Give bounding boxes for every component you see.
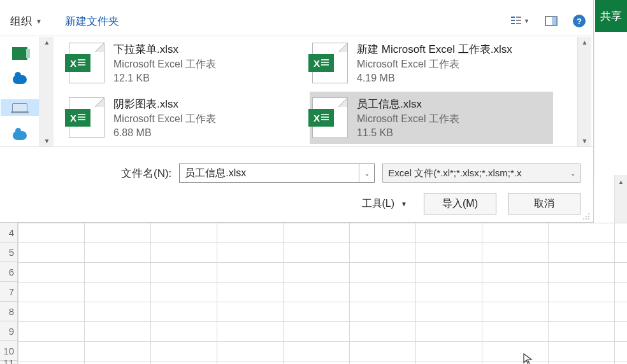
file-item[interactable]: X 新建 Microsoft Excel 工作表.xlsx Microsoft … <box>310 37 553 89</box>
filter-text: Excel 文件(*.xl*;*.xlsx;*.xlsm;*.x <box>383 167 566 179</box>
sidebar-scrollbar[interactable]: ▲ ▼ <box>40 37 54 146</box>
new-folder-button[interactable]: 新建文件夹 <box>65 14 119 29</box>
this-pc-item[interactable] <box>1 99 39 116</box>
onedrive-icon[interactable] <box>13 75 27 84</box>
list-view-icon <box>510 15 522 27</box>
scroll-down-icon[interactable]: ▼ <box>44 137 50 144</box>
svg-rect-1 <box>511 20 515 21</box>
svg-rect-8 <box>588 213 589 214</box>
resize-grip-icon[interactable] <box>582 212 591 221</box>
file-item[interactable]: X 阴影图表.xlsx Microsoft Excel 工作表 6.88 MB <box>66 92 310 144</box>
xlsx-file-icon: X <box>69 43 104 83</box>
share-button[interactable]: 共享 <box>595 0 627 32</box>
dialog-toolbar: 组织 ▼ 新建文件夹 ▼ ? <box>10 11 586 31</box>
chevron-down-icon: ▼ <box>401 200 407 207</box>
row-header[interactable]: 11 <box>0 361 17 364</box>
excel-app-icon[interactable] <box>12 47 27 60</box>
file-name: 下拉菜单.xlsx <box>113 42 216 57</box>
filename-label: 文件名(N): <box>121 166 171 181</box>
filename-combobox[interactable]: 员工信息.xlsx ⌄ <box>179 164 375 183</box>
file-type: Microsoft Excel 工作表 <box>357 58 512 71</box>
row-header[interactable]: 5 <box>0 242 17 262</box>
file-type: Microsoft Excel 工作表 <box>357 113 459 126</box>
file-size: 6.88 MB <box>113 127 216 139</box>
file-item[interactable]: X 下拉菜单.xlsx Microsoft Excel 工作表 12.1 KB <box>66 37 310 89</box>
svg-rect-10 <box>588 216 589 217</box>
sheet-scrollbar[interactable]: ▲ <box>614 175 627 226</box>
tools-label: 工具(L) <box>362 197 395 211</box>
laptop-icon <box>12 103 27 112</box>
organize-menu-button[interactable]: 组织 ▼ <box>10 14 42 29</box>
chevron-down-icon[interactable]: ⌄ <box>359 164 374 182</box>
dialog-buttons: 工具(L) ▼ 导入(M) 取消 <box>0 191 580 216</box>
file-name: 新建 Microsoft Excel 工作表.xlsx <box>357 42 512 57</box>
preview-pane-button[interactable] <box>545 15 558 27</box>
svg-rect-9 <box>586 216 587 217</box>
file-size: 4.19 MB <box>357 73 512 84</box>
svg-rect-0 <box>511 17 515 18</box>
file-list: X 下拉菜单.xlsx Microsoft Excel 工作表 12.1 KB … <box>57 37 576 146</box>
help-icon[interactable]: ? <box>573 15 586 27</box>
scroll-down-icon[interactable]: ▼ <box>582 137 588 144</box>
tools-menu-button[interactable]: 工具(L) ▼ <box>362 197 407 211</box>
mouse-cursor-icon <box>523 353 533 364</box>
svg-rect-12 <box>586 218 587 220</box>
filename-row: 文件名(N): 员工信息.xlsx ⌄ Excel 文件(*.xl*;*.xls… <box>121 163 580 183</box>
chevron-down-icon: ▼ <box>36 18 42 25</box>
cloud-icon[interactable] <box>13 131 27 140</box>
sheet-cells[interactable] <box>18 223 627 364</box>
row-header[interactable]: 9 <box>0 321 17 341</box>
cancel-button[interactable]: 取消 <box>508 193 580 214</box>
toolbar-right: ▼ ? <box>510 15 586 27</box>
file-name: 员工信息.xlsx <box>357 97 459 111</box>
file-type: Microsoft Excel 工作表 <box>113 113 216 126</box>
file-size: 12.1 KB <box>113 73 216 84</box>
svg-rect-4 <box>516 20 521 21</box>
svg-rect-11 <box>583 218 584 220</box>
filename-value: 员工信息.xlsx <box>180 167 359 180</box>
scroll-up-icon[interactable]: ▲ <box>44 39 50 46</box>
preview-pane-icon <box>545 15 558 27</box>
svg-rect-2 <box>511 23 515 24</box>
svg-rect-13 <box>588 218 589 220</box>
xlsx-file-icon: X <box>312 97 348 138</box>
file-open-dialog: 组织 ▼ 新建文件夹 ▼ ? <box>0 0 594 223</box>
chevron-down-icon: ▼ <box>524 18 530 24</box>
window-gap <box>594 32 627 178</box>
places-sidebar: ▲ ▼ <box>0 37 56 146</box>
svg-rect-3 <box>516 17 521 18</box>
chevron-down-icon[interactable]: ⌄ <box>566 170 580 177</box>
file-name: 阴影图表.xlsx <box>113 97 216 111</box>
xlsx-file-icon: X <box>69 97 104 138</box>
file-item-selected[interactable]: X 员工信息.xlsx Microsoft Excel 工作表 11.5 KB <box>310 92 553 144</box>
file-size: 11.5 KB <box>357 127 459 139</box>
file-type: Microsoft Excel 工作表 <box>113 58 216 71</box>
xlsx-file-icon: X <box>312 43 348 83</box>
row-header[interactable]: 8 <box>0 302 17 321</box>
organize-label: 组织 <box>10 14 32 29</box>
row-header[interactable]: 6 <box>0 262 17 282</box>
view-mode-button[interactable]: ▼ <box>510 15 530 27</box>
scroll-up-icon[interactable]: ▲ <box>615 175 627 189</box>
svg-rect-7 <box>552 17 557 25</box>
row-header[interactable]: 4 <box>0 223 17 242</box>
svg-rect-5 <box>516 23 521 24</box>
scroll-up-icon[interactable]: ▲ <box>582 39 588 46</box>
row-headers: 4 5 6 7 8 9 10 11 <box>0 223 18 364</box>
import-button[interactable]: 导入(M) <box>424 193 496 214</box>
row-header[interactable]: 7 <box>0 282 17 302</box>
file-list-scrollbar[interactable]: ▲ ▼ <box>577 37 591 146</box>
file-type-filter-combobox[interactable]: Excel 文件(*.xl*;*.xlsx;*.xlsm;*.x ⌄ <box>382 164 580 183</box>
spreadsheet-grid[interactable]: 4 5 6 7 8 9 10 11 <box>0 223 627 364</box>
